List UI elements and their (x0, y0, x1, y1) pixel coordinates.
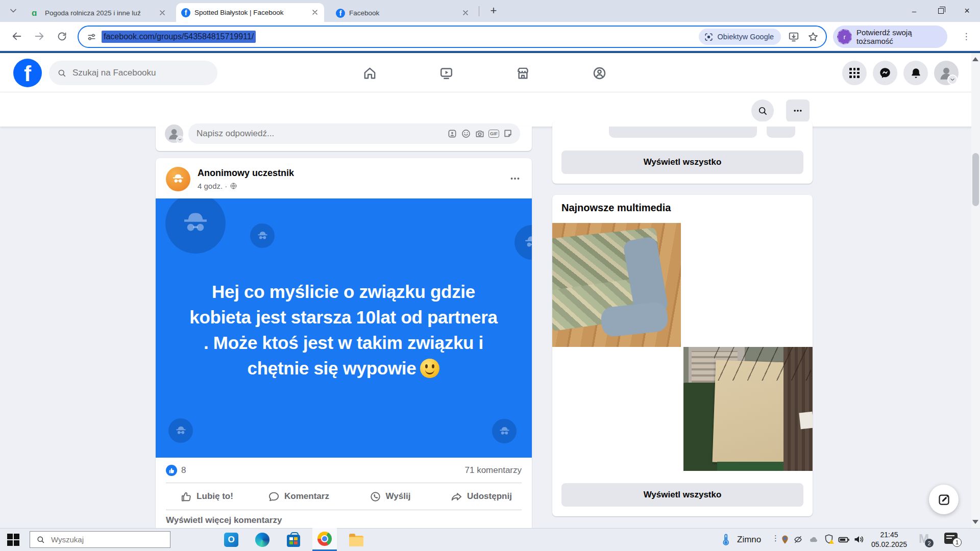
outlook-icon: O (224, 533, 238, 547)
notifications-button[interactable] (903, 61, 928, 85)
smiley-emoji-icon (420, 359, 439, 378)
weather-label[interactable]: Zimno (737, 535, 761, 545)
scroll-up-arrow[interactable] (972, 57, 978, 61)
group-more-button[interactable] (786, 99, 810, 122)
verify-identity-button[interactable]: r Potwierdź swoją tożsamość (833, 26, 947, 48)
security-shield-icon[interactable] (823, 533, 835, 545)
post-menu-button[interactable] (506, 169, 524, 188)
like-count[interactable]: 8 (181, 465, 186, 475)
view-all-bottom-button[interactable]: Wyświetl wszystko (561, 483, 803, 507)
tab-title: Facebook (349, 9, 457, 17)
window-restore-button[interactable] (927, 0, 954, 22)
browser-menu-kebab-icon[interactable]: ⋮ (960, 29, 973, 45)
avatar-sticker-icon[interactable] (447, 129, 457, 139)
taskbar-edge[interactable] (250, 528, 275, 551)
reload-button[interactable] (53, 28, 70, 45)
tab-search-button[interactable] (8, 6, 20, 17)
post-card: Anonimowy uczestnik 4 godz. · Hej co myś… (156, 158, 532, 528)
apps-menu-button[interactable] (842, 61, 867, 85)
nav-home-tab[interactable] (339, 59, 400, 87)
tab-close-icon[interactable] (158, 9, 167, 18)
compose-post-button[interactable] (929, 485, 959, 514)
nav-marketplace-tab[interactable] (492, 59, 553, 87)
tab-pogoda[interactable]: ɑ Pogoda rolnicza 2025 i inne luź (27, 4, 172, 22)
comment-button[interactable]: Komentarz (254, 485, 344, 508)
tab-close-icon[interactable] (461, 9, 471, 18)
install-app-icon[interactable] (788, 31, 799, 42)
taskbar-clock[interactable]: 21:45 05.02.2025 (869, 530, 910, 549)
nav-watch-tab[interactable] (415, 59, 477, 87)
start-button[interactable] (7, 534, 19, 546)
recent-media-card: Najnowsze multimedia (552, 195, 813, 516)
speaker-icon[interactable] (853, 533, 865, 545)
post-time[interactable]: 4 godz. · (198, 182, 227, 190)
scroll-down-arrow[interactable] (972, 520, 978, 524)
window-minimize-button[interactable]: – (901, 0, 927, 22)
taskbar-explorer[interactable] (344, 528, 369, 551)
bookmark-star-icon[interactable] (807, 31, 819, 42)
scrollbar-thumb[interactable] (972, 153, 979, 206)
site-info-icon[interactable] (87, 32, 96, 42)
tab-facebook[interactable]: f Facebook (331, 4, 475, 22)
onedrive-cloud-icon[interactable] (807, 535, 820, 544)
taskbar-search-input[interactable] (50, 535, 152, 544)
forward-button[interactable] (31, 28, 48, 45)
composer-avatar-chevron-icon[interactable] (176, 136, 184, 143)
facebook-search[interactable] (49, 61, 217, 85)
tab-spotted-bialystok[interactable]: f Spotted Białystok | Facebook (176, 3, 324, 22)
like-button[interactable]: Lubię to! (163, 485, 251, 508)
clock-time: 21:45 (869, 530, 910, 540)
emoji-icon[interactable] (461, 129, 471, 139)
faded-app-icon[interactable]: M 2 (916, 532, 932, 547)
address-bar[interactable]: facebook.com/groups/543584815719911/ Obi… (78, 26, 827, 48)
comment-input-pill[interactable]: GIF (188, 123, 520, 144)
page-scrollbar[interactable] (971, 53, 980, 528)
taskbar-search[interactable] (30, 531, 170, 548)
media-photo-sofa[interactable] (552, 223, 681, 347)
battery-icon[interactable] (837, 534, 850, 545)
view-all-top-button[interactable]: Wyświetl wszystko (561, 151, 803, 174)
new-tab-button[interactable]: + (486, 3, 501, 18)
share-button[interactable]: Udostępnij (436, 485, 526, 508)
send-button[interactable]: Wyślij (347, 485, 433, 508)
anonymous-avatar[interactable] (166, 167, 190, 191)
view-more-comments-link[interactable]: Wyświetl więcej komentarzy (166, 515, 282, 525)
google-lens-button[interactable]: Obiektyw Google (699, 29, 781, 45)
media-photo-board[interactable] (683, 347, 813, 471)
tray-overflow-kebab-icon[interactable]: ⋮ (772, 534, 779, 543)
location-pin-icon[interactable] (779, 534, 791, 546)
messenger-button[interactable] (873, 61, 897, 85)
comment-input[interactable] (188, 128, 447, 139)
divider (166, 510, 522, 510)
facebook-search-input[interactable] (71, 67, 199, 79)
gif-icon[interactable]: GIF (488, 130, 499, 138)
taskbar-chrome[interactable] (312, 528, 337, 551)
taskbar-store[interactable] (281, 528, 306, 551)
media-card-title: Najnowsze multimedia (561, 202, 671, 214)
nav-groups-tab[interactable] (569, 59, 630, 87)
post-image-text: Hej co myślicie o związku gdzie kobieta … (165, 279, 522, 381)
like-reaction-badge[interactable] (166, 465, 177, 476)
eye-privacy-icon[interactable] (792, 535, 804, 544)
camera-icon[interactable] (475, 129, 485, 139)
post-author[interactable]: Anonimowy uczestnik (198, 168, 294, 179)
facebook-logo[interactable]: f (13, 59, 42, 87)
partial-button[interactable] (609, 127, 757, 138)
notification-center-button[interactable]: 1 (944, 533, 958, 544)
search-icon (36, 535, 45, 544)
taskbar-outlook[interactable]: O (219, 528, 243, 551)
weather-thermometer-icon[interactable] (719, 533, 732, 547)
sidebar-top-card: Wyświetl wszystko (552, 121, 813, 184)
tab-close-icon[interactable] (311, 8, 320, 17)
comment-count[interactable]: 71 komentarzy (465, 465, 522, 475)
bell-icon (910, 67, 922, 80)
url-text[interactable]: facebook.com/groups/543584815719911/ (102, 31, 256, 43)
post-image[interactable]: Hej co myślicie o związku gdzie kobieta … (156, 198, 532, 458)
file-explorer-icon (349, 536, 363, 546)
window-close-button[interactable]: × (954, 0, 980, 22)
group-search-button[interactable] (751, 99, 774, 122)
sticker-icon[interactable] (503, 129, 513, 139)
account-chevron-icon[interactable] (947, 74, 958, 85)
back-button[interactable] (8, 28, 26, 45)
partial-button[interactable] (767, 127, 795, 138)
